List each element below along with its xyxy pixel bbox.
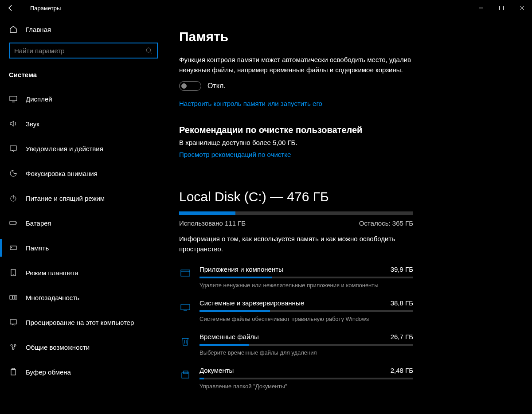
maximize-button[interactable] [491, 0, 512, 16]
nav-label: Уведомления и действия [26, 145, 103, 152]
svg-rect-17 [15, 296, 17, 299]
category-bar [200, 310, 413, 312]
disk-free-text: Осталось: 365 ГБ [359, 219, 413, 227]
search-icon [145, 47, 153, 54]
disk-desc: Информация о том, как используется памят… [179, 234, 419, 254]
cleanup-text: В хранилище доступно более 5,00 ГБ. [179, 139, 514, 146]
home-button[interactable]: Главная [0, 25, 167, 43]
display-icon [9, 94, 18, 103]
svg-rect-26 [181, 305, 190, 310]
storage-category-apps[interactable]: Приложения и компоненты39,9 ГБУдалите не… [179, 260, 413, 294]
nav-label: Батарея [26, 219, 51, 227]
svg-rect-4 [10, 96, 17, 101]
svg-rect-22 [11, 369, 16, 375]
category-name: Временные файлы [200, 333, 259, 340]
shared-icon [9, 343, 18, 352]
power-icon [9, 194, 18, 203]
svg-rect-9 [10, 222, 16, 224]
category-name: Системные и зарезервированные [200, 299, 304, 307]
category-size: 2,48 ГБ [391, 367, 413, 374]
battery-icon [9, 219, 18, 227]
nav-item-focus[interactable]: Фокусировка внимания [0, 161, 167, 186]
tablet-icon [9, 268, 18, 277]
notifications-icon [9, 144, 18, 153]
multitask-icon [9, 293, 18, 302]
storage-category-system[interactable]: Системные и зарезервированные38,8 ГБСист… [179, 294, 413, 328]
page-title: Память [179, 29, 514, 44]
category-name: Документы [200, 367, 234, 374]
apps-icon [179, 266, 193, 280]
back-button[interactable] [4, 2, 17, 14]
nav-item-tablet[interactable]: Режим планшета [0, 260, 167, 285]
category-bar [200, 344, 413, 346]
category-size: 26,7 ГБ [391, 333, 413, 340]
storage-sense-toggle[interactable] [179, 81, 201, 91]
svg-line-3 [150, 52, 152, 54]
search-input[interactable] [14, 47, 145, 55]
nav-label: Звук [26, 120, 39, 128]
toggle-label: Откл. [207, 82, 226, 90]
nav-label: Режим планшета [26, 269, 78, 277]
storage-category-docs[interactable]: Документы2,48 ГБУправление папкой "Докум… [179, 361, 413, 395]
trash-icon [179, 333, 193, 347]
svg-rect-24 [181, 270, 190, 276]
nav-label: Общие возможности [26, 344, 90, 351]
nav-item-clipboard[interactable]: Буфер обмена [0, 359, 167, 384]
svg-point-2 [146, 48, 151, 52]
storage-category-trash[interactable]: Временные файлы26,7 ГБВыберите временные… [179, 328, 413, 361]
disk-used-text: Использовано 111 ГБ [179, 219, 246, 227]
cleanup-link[interactable]: Просмотр рекомендаций по очистке [179, 151, 291, 158]
nav-label: Многозадачность [26, 294, 79, 301]
cleanup-heading: Рекомендации по очистке пользователей [179, 125, 514, 135]
section-title: Система [0, 67, 167, 86]
projecting-icon [9, 318, 18, 327]
search-box[interactable] [9, 43, 158, 59]
nav-item-storage[interactable]: Память [0, 235, 167, 260]
category-desc: Выберите временные файлы для удаления [200, 349, 413, 356]
home-icon [9, 25, 18, 34]
category-name: Приложения и компоненты [200, 266, 283, 273]
nav-label: Фокусировка внимания [26, 170, 98, 177]
nav-item-power[interactable]: Питание и спящий режим [0, 186, 167, 211]
nav-item-multitask[interactable]: Многозадачность [0, 285, 167, 310]
category-bar [200, 277, 413, 278]
close-button[interactable] [512, 0, 532, 16]
nav-item-projecting[interactable]: Проецирование на этот компьютер [0, 310, 167, 335]
svg-rect-18 [10, 320, 16, 324]
storage-sense-desc: Функция контроля памяти может автоматиче… [179, 55, 419, 75]
configure-storage-sense-link[interactable]: Настроить контроль памяти или запустить … [179, 100, 322, 107]
system-icon [179, 299, 193, 313]
svg-rect-15 [10, 296, 12, 299]
svg-rect-1 [500, 6, 504, 10]
nav-label: Буфер обмена [26, 368, 71, 376]
docs-icon [179, 367, 193, 381]
home-label: Главная [26, 26, 51, 33]
nav-label: Питание и спящий режим [26, 195, 105, 202]
nav-item-notifications[interactable]: Уведомления и действия [0, 136, 167, 161]
clipboard-icon [9, 367, 18, 376]
storage-icon [9, 243, 18, 252]
svg-rect-16 [13, 296, 15, 299]
svg-rect-10 [16, 223, 17, 223]
disk-usage-bar [179, 211, 413, 215]
category-desc: Системные файлы обеспечивают правильную … [200, 316, 413, 322]
svg-rect-6 [10, 146, 16, 150]
nav-item-sound[interactable]: Звук [0, 111, 167, 136]
minimize-button[interactable] [471, 0, 491, 16]
category-desc: Управление папкой "Документы" [200, 383, 413, 390]
nav-label: Память [26, 244, 49, 252]
window-title: Параметры [30, 5, 61, 12]
disk-title: Local Disk (C:) — 476 ГБ [179, 189, 514, 204]
main-content: Память Функция контроля памяти может авт… [167, 16, 532, 414]
nav-label: Дисплей [26, 95, 52, 103]
svg-point-12 [11, 247, 12, 248]
svg-rect-32 [184, 371, 188, 374]
nav-item-battery[interactable]: Батарея [0, 211, 167, 235]
focus-icon [9, 169, 18, 178]
sidebar: Главная Система ДисплейЗвукУведомления и… [0, 16, 167, 414]
category-size: 38,8 ГБ [391, 299, 413, 307]
category-desc: Удалите ненужные или нежелательные прило… [200, 282, 413, 289]
category-bar [200, 378, 413, 379]
nav-item-shared[interactable]: Общие возможности [0, 335, 167, 359]
nav-item-display[interactable]: Дисплей [0, 86, 167, 111]
